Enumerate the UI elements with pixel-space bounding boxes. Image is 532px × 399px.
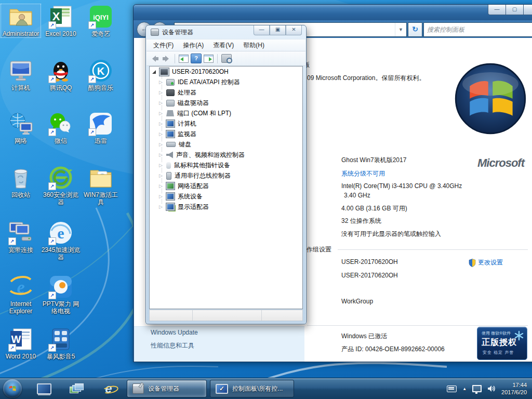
tree-item-system-devices[interactable]: ▷ 系统设备: [150, 191, 302, 202]
taskbar-clock[interactable]: 17:44 2017/6/20: [501, 381, 529, 396]
scan-hardware-changes-icon[interactable]: [221, 54, 232, 63]
taskbar-button-device-manager[interactable]: 设备管理器: [127, 380, 207, 397]
expand-icon[interactable]: ▷: [159, 131, 165, 137]
desktop-icon-network[interactable]: 网络: [1, 111, 41, 144]
change-settings[interactable]: 更改设置: [469, 258, 503, 267]
taskbar-button-control-panel[interactable]: ✓ 控制面板\所有控...: [210, 380, 294, 397]
expand-icon[interactable]: ▷: [159, 204, 165, 209]
desktop-icon-word-2010[interactable]: W ↗ Word 2010: [1, 327, 41, 360]
desktop-icon-pptv[interactable]: ↗ PPTV聚力 网络电视: [41, 274, 81, 315]
search-box[interactable]: [423, 22, 532, 37]
device-manager-icon: [151, 29, 159, 36]
expand-icon[interactable]: ▷: [159, 194, 165, 199]
system-rating-link[interactable]: 系统分级不可用: [341, 169, 385, 178]
tree-item-ide[interactable]: ▷ IDE ATA/ATAPI 控制器: [150, 77, 302, 87]
tree-item-sound[interactable]: ▷ 声音、视频和游戏控制器: [150, 150, 302, 160]
performance-tools-link[interactable]: 性能信息和工具: [151, 341, 194, 350]
quick-launch-desktop-icon[interactable]: [35, 381, 53, 396]
desktop-icon-thunder[interactable]: ↗ 迅雷: [81, 111, 121, 144]
processor-icon: [166, 89, 175, 96]
expand-icon[interactable]: ▷: [159, 183, 165, 189]
close-button[interactable]: ✕: [523, 5, 532, 15]
device-manager-titlebar[interactable]: 设备管理器 — ▣ ✕: [146, 25, 306, 39]
desktop-icon-kugou[interactable]: K ↗ 酷狗音乐: [81, 58, 121, 91]
refresh-button[interactable]: ↻: [408, 22, 422, 37]
statusbar-segment: [193, 310, 262, 321]
desktop-icon-excel-2010[interactable]: X ↗ Excel 2010: [41, 4, 81, 37]
change-settings-link[interactable]: 更改设置: [478, 258, 503, 267]
desktop-icon-wechat[interactable]: ↗ 微信: [41, 111, 81, 144]
desktop-icon-label: 计算机: [1, 84, 41, 91]
expand-icon[interactable]: ▷: [159, 173, 165, 178]
tree-item-keyboards[interactable]: ▷ 键盘: [150, 139, 302, 150]
tree-item-disk-drives[interactable]: ▷ 磁盘驱动器: [150, 98, 302, 108]
network-tray-icon[interactable]: [472, 385, 482, 392]
expand-icon[interactable]: ▷: [159, 100, 165, 105]
desktop-icon-recycle-bin[interactable]: 回收站: [1, 165, 41, 198]
desktop-icon-broadband[interactable]: ↗ 宽带连接: [1, 220, 41, 254]
expand-icon[interactable]: ▷: [159, 163, 165, 168]
collapse-icon[interactable]: [152, 70, 156, 74]
badge-star-icon: [514, 330, 524, 341]
expand-icon[interactable]: ▷: [159, 90, 165, 95]
volume-icon[interactable]: [487, 385, 496, 392]
menu-file[interactable]: 文件(F): [149, 40, 178, 51]
statusbar-segment: [150, 310, 193, 321]
minimize-button[interactable]: —: [488, 5, 506, 15]
quick-launch-internet-explorer-icon[interactable]: e: [100, 381, 117, 396]
expand-icon[interactable]: ▷: [159, 111, 165, 116]
shortcut-arrow-icon: ↗: [88, 128, 96, 136]
tree-item-ports[interactable]: ▷ 端口 (COM 和 LPT): [150, 108, 302, 118]
menu-view[interactable]: 查看(V): [208, 40, 238, 51]
menu-help[interactable]: 帮助(H): [238, 40, 269, 51]
microsoft-logo: Microsoft: [477, 156, 524, 170]
computer-name-value: USER-20170620OH: [341, 258, 398, 265]
desktop-icon-label: Administrator: [1, 30, 41, 37]
help-icon[interactable]: ?: [191, 54, 202, 63]
desktop-icon-qq[interactable]: ↗ 腾讯QQ: [41, 58, 81, 91]
minimize-button[interactable]: —: [254, 25, 270, 35]
back-arrow-icon[interactable]: [150, 55, 159, 63]
desktop-icon-label: Excel 2010: [41, 30, 81, 37]
taskbar-button-label: 控制面板\所有控...: [232, 384, 283, 393]
tree-item-usb[interactable]: ▷ 通用串行总线控制器: [150, 170, 302, 181]
desktop-icon-360-browser[interactable]: ↗ 360安全浏览器: [41, 165, 81, 206]
tree-root-computer[interactable]: USER-20170620OH: [150, 66, 302, 77]
desktop-icon-internet-explorer[interactable]: e Internet Explorer: [1, 274, 41, 315]
desktop-icon-iqiyi[interactable]: iQIYI ↗ 爱奇艺: [81, 4, 121, 37]
address-dropdown-icon[interactable]: ▼: [395, 23, 406, 36]
show-console-tree-icon[interactable]: [179, 55, 189, 63]
tree-root-label: USER-20170620OH: [172, 68, 229, 75]
forward-arrow-icon[interactable]: [162, 55, 171, 63]
input-method-keyboard-icon[interactable]: [447, 385, 457, 392]
menu-action[interactable]: 操作(A): [178, 40, 208, 51]
quick-launch-window-switcher-icon[interactable]: [68, 381, 85, 396]
expand-icon[interactable]: ▷: [159, 142, 165, 147]
show-hidden-icons-icon[interactable]: ▲: [462, 387, 467, 391]
close-button[interactable]: ✕: [286, 25, 302, 35]
desktop-icon-computer[interactable]: 计算机: [1, 58, 41, 91]
system-devices-icon: [166, 193, 175, 200]
search-input[interactable]: [424, 26, 532, 33]
desktop-icon-baofeng[interactable]: ↗ 暴风影音5: [41, 327, 81, 360]
maximize-button[interactable]: ▢: [506, 5, 524, 15]
show-action-pane-icon[interactable]: [204, 55, 214, 63]
tree-children: ▷ IDE ATA/ATAPI 控制器 ▷ 处理器 ▷ 磁盘驱动器 ▷: [150, 77, 302, 212]
windows-update-link[interactable]: Windows Update: [151, 329, 198, 336]
expand-icon[interactable]: ▷: [159, 79, 165, 85]
expand-icon[interactable]: ▷: [159, 121, 165, 126]
tree-item-mice[interactable]: ▷ 鼠标和其他指针设备: [150, 160, 302, 170]
desktop-icon-label: Internet Explorer: [1, 300, 41, 315]
desktop-icon-win7-activator[interactable]: WIN7激活工具: [81, 165, 121, 206]
expand-icon[interactable]: ▷: [159, 152, 165, 157]
tree-item-processors[interactable]: ▷ 处理器: [150, 87, 302, 98]
tree-item-monitors[interactable]: ▷ 监视器: [150, 129, 302, 139]
tree-item-computer[interactable]: ▷ 计算机: [150, 118, 302, 129]
tree-item-display-adapters[interactable]: ▷ 显示适配器: [150, 202, 302, 212]
tree-item-network-adapters[interactable]: ▷ 网络适配器: [150, 181, 302, 191]
desktop-icon-2345-browser[interactable]: e ↗ 2345加速浏览器: [41, 220, 81, 261]
maximize-button[interactable]: ▣: [270, 25, 286, 35]
system-window-titlebar[interactable]: — ▢ ✕: [134, 5, 532, 20]
desktop-icon-administrator[interactable]: Administrator: [1, 4, 41, 37]
start-button[interactable]: [3, 379, 22, 398]
